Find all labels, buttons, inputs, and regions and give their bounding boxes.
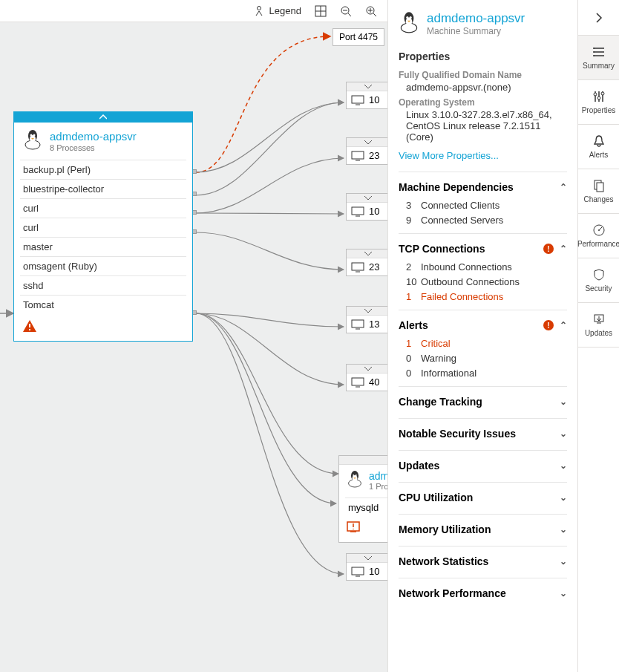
svg-point-0	[257, 6, 261, 10]
expand-button[interactable]	[347, 82, 390, 91]
monitor-icon	[351, 377, 364, 388]
tab-updates[interactable]: Updates	[578, 303, 619, 348]
count: 40	[369, 376, 379, 388]
updates-icon	[592, 313, 606, 326]
svg-rect-9	[29, 324, 30, 327]
server-group-node[interactable]: 23	[346, 137, 390, 165]
chevron-down-icon: ⌄	[560, 460, 567, 471]
summary-icon	[592, 45, 606, 59]
chevron-down-icon: ⌄	[560, 524, 567, 535]
bell-icon	[592, 134, 606, 148]
chevron-down-icon: ⌄	[560, 588, 567, 598]
os-label: Operating System	[388, 93, 577, 108]
chevron-up-icon: ⌃	[560, 182, 567, 192]
monitor-icon	[351, 567, 364, 577]
chevron-down-icon: ⌄	[560, 397, 567, 407]
detail-tabs: Summary Properties Alerts Changes Perfor…	[577, 0, 619, 672]
expand-button[interactable]	[347, 307, 390, 316]
server-group-node[interactable]: 10	[346, 193, 390, 221]
gauge-icon	[592, 224, 606, 237]
server-group-node[interactable]: 10	[346, 82, 390, 109]
alert-badge-icon: !	[543, 244, 554, 254]
tab-security[interactable]: Security	[578, 258, 619, 303]
chevron-down-icon: ⌄	[560, 492, 567, 503]
chevron-up-icon: ⌃	[560, 244, 567, 254]
view-more-link[interactable]: View More Properties...	[388, 143, 577, 164]
fit-button[interactable]	[315, 5, 327, 17]
section-updates[interactable]: Updates⌄	[388, 451, 577, 474]
linux-icon	[399, 10, 419, 37]
chevron-down-icon: ⌄	[560, 556, 567, 567]
panel-title: admdemo-appsvr	[427, 11, 525, 26]
section-net-stats[interactable]: Network Statistics⌄	[388, 547, 577, 570]
server-group-node[interactable]: 23	[346, 249, 390, 276]
svg-point-22	[356, 474, 357, 476]
properties-icon	[592, 90, 606, 103]
shield-icon	[592, 268, 606, 281]
count: 10	[369, 94, 379, 105]
svg-rect-12	[352, 151, 364, 159]
section-net-perf[interactable]: Network Performance⌄	[388, 578, 577, 602]
zoom-in-button[interactable]	[365, 5, 377, 17]
process-item[interactable]: omsagent (Ruby)	[20, 256, 186, 275]
legend-icon	[253, 5, 265, 17]
svg-point-32	[594, 93, 597, 96]
server-group-node[interactable]: 40	[346, 364, 390, 391]
tab-alerts[interactable]: Alerts	[578, 125, 619, 169]
expand-button[interactable]	[347, 365, 390, 373]
details-panel: admdemo-appsvr Machine Summary Propertie…	[387, 0, 577, 672]
tab-performance[interactable]: Performance	[578, 214, 619, 258]
back-button[interactable]	[578, 0, 619, 36]
process-item[interactable]: sshd	[20, 275, 186, 295]
svg-point-38	[598, 229, 600, 231]
process-item[interactable]: bluestripe-collector	[20, 179, 186, 198]
critical-alerts-row[interactable]: 1Critical	[388, 334, 577, 349]
tab-changes[interactable]: Changes	[578, 169, 619, 214]
machine-title: admdemo-appsvr	[50, 130, 137, 143]
process-item[interactable]: Tomcat	[20, 295, 186, 314]
svg-rect-16	[352, 378, 364, 385]
section-alerts[interactable]: Alerts!⌃	[388, 310, 577, 334]
svg-point-21	[353, 474, 354, 476]
svg-rect-14	[352, 263, 364, 270]
svg-rect-13	[352, 207, 364, 215]
server-group-node[interactable]: 10	[346, 553, 390, 581]
process-item[interactable]: backup.pl (Perl)	[20, 160, 186, 179]
alert-badge-icon: !	[543, 320, 554, 330]
count: 10	[369, 206, 379, 217]
expand-button[interactable]	[347, 249, 390, 258]
svg-point-34	[601, 92, 604, 95]
process-item[interactable]: master	[20, 237, 186, 256]
section-cpu[interactable]: CPU Utilization⌄	[388, 483, 577, 506]
process-item[interactable]: curl	[20, 218, 186, 237]
chevron-down-icon: ⌄	[560, 428, 567, 439]
monitor-icon	[351, 206, 364, 217]
expand-button[interactable]	[347, 194, 390, 203]
svg-point-31	[593, 55, 595, 56]
map-toolbar: Legend	[0, 0, 387, 22]
machine-node-appsvr[interactable]: admdemo-appsvr 8 Processes backup.pl (Pe…	[13, 111, 193, 342]
process-item[interactable]: curl	[20, 198, 186, 218]
tab-properties[interactable]: Properties	[578, 80, 619, 125]
port-node[interactable]: Port 4475	[333, 28, 384, 46]
svg-point-28	[410, 16, 412, 19]
expand-button[interactable]	[347, 138, 390, 147]
svg-point-8	[33, 134, 36, 137]
count: 23	[369, 261, 379, 273]
section-change-tracking[interactable]: Change Tracking⌄	[388, 387, 577, 411]
server-group-node[interactable]: 13	[346, 306, 390, 333]
zoom-out-button[interactable]	[340, 5, 352, 17]
section-security-issues[interactable]: Notable Security Issues⌄	[388, 419, 577, 443]
section-tcp[interactable]: TCP Connections!⌃	[388, 234, 577, 258]
legend-button[interactable]: Legend	[253, 5, 301, 17]
failed-connections-row[interactable]: 1Failed Connections	[388, 287, 577, 302]
alert-icon[interactable]	[23, 320, 183, 335]
collapse-button[interactable]	[14, 112, 192, 123]
section-dependencies[interactable]: Machine Dependencies⌃	[388, 172, 577, 196]
monitor-icon	[351, 319, 364, 330]
tab-summary[interactable]: Summary	[578, 36, 619, 80]
expand-button[interactable]	[347, 554, 390, 563]
fqdn-value: admdemo-appsvr.(none)	[388, 80, 577, 93]
linux-icon	[23, 128, 42, 154]
section-memory[interactable]: Memory Utilization⌄	[388, 515, 577, 538]
